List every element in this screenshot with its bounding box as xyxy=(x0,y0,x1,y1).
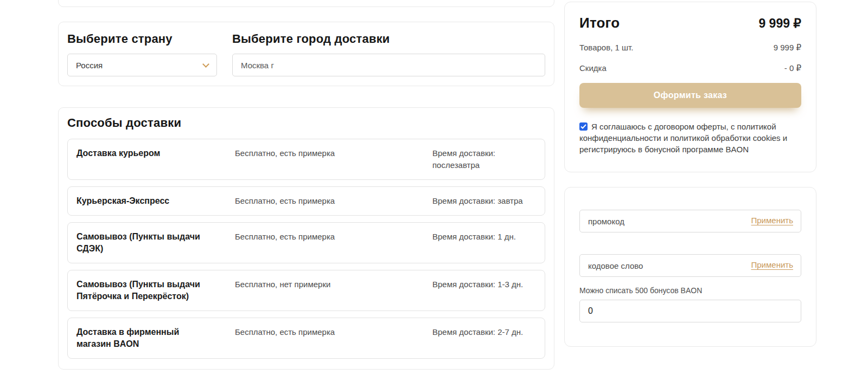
delivery-method-pyaterochka-pickup[interactable]: Самовывоз (Пункты выдачи Пятёрочка и Пер… xyxy=(67,270,545,311)
method-name: Доставка в фирменный магазин BAON xyxy=(76,326,212,350)
checkout-button[interactable]: Оформить заказ xyxy=(579,83,801,108)
total-label: Итого xyxy=(579,15,620,31)
delivery-section-title: Способы доставки xyxy=(67,117,545,130)
country-select[interactable]: Россия xyxy=(67,54,217,76)
method-name: Доставка курьером xyxy=(76,147,212,159)
bonus-amount-input[interactable] xyxy=(579,300,801,322)
method-time: Время доставки: завтра xyxy=(432,195,529,207)
agreement-checkbox[interactable] xyxy=(579,122,588,131)
delivery-method-cdek-pickup[interactable]: Самовывоз (Пункты выдачи СДЭК) Бесплатно… xyxy=(67,222,545,263)
method-price: Бесплатно, есть примерка xyxy=(235,195,432,207)
order-summary-card: Итого 9 999 ₽ Товаров, 1 шт. 9 999 ₽ Ски… xyxy=(564,2,816,172)
codeword-apply-link[interactable]: Применить xyxy=(751,260,793,269)
discount-label: Скидка xyxy=(579,62,607,74)
discount-value: - 0 ₽ xyxy=(784,62,801,74)
delivery-methods-card: Способы доставки Доставка курьером Беспл… xyxy=(58,107,554,370)
method-time: Время доставки: 2-7 дн. xyxy=(432,326,529,338)
top-card-partial xyxy=(58,0,554,7)
method-time: Время доставки: послезавтра xyxy=(432,147,529,171)
method-price: Бесплатно, есть примерка xyxy=(235,147,432,159)
method-name: Самовывоз (Пункты выдачи СДЭК) xyxy=(76,231,212,255)
delivery-method-courier[interactable]: Доставка курьером Бесплатно, есть пример… xyxy=(67,139,545,180)
chevron-down-icon xyxy=(202,61,209,68)
country-section-title: Выберите страну xyxy=(67,33,217,46)
method-name: Курьерская-Экспресс xyxy=(76,195,212,207)
method-time: Время доставки: 1-3 дн. xyxy=(432,279,529,290)
items-price-value: 9 999 ₽ xyxy=(774,42,801,53)
country-select-value: Россия xyxy=(76,61,103,70)
method-price: Бесплатно, есть примерка xyxy=(235,326,432,338)
city-section-title: Выберите город доставки xyxy=(232,33,545,46)
total-value: 9 999 ₽ xyxy=(758,16,801,31)
checkout-page: Выберите страну Россия Выберите город до… xyxy=(0,0,868,388)
check-icon xyxy=(580,124,586,129)
city-input[interactable] xyxy=(232,54,545,76)
items-count-label: Товаров, 1 шт. xyxy=(579,42,633,53)
promo-apply-link[interactable]: Применить xyxy=(751,216,793,225)
method-time: Время доставки: 1 дн. xyxy=(432,231,529,243)
method-price: Бесплатно, есть примерка xyxy=(235,231,432,243)
method-price: Бесплатно, нет примерки xyxy=(235,279,432,290)
agreement-text: Я соглашаюсь с договором оферты, с полит… xyxy=(579,122,787,154)
location-card: Выберите страну Россия Выберите город до… xyxy=(58,22,554,86)
promo-bonus-card: Применить Применить Можно списать 500 бо… xyxy=(564,187,816,347)
method-name: Самовывоз (Пункты выдачи Пятёрочка и Пер… xyxy=(76,279,212,302)
bonus-hint: Можно списать 500 бонусов BAON xyxy=(579,286,801,295)
delivery-method-express[interactable]: Курьерская-Экспресс Бесплатно, есть прим… xyxy=(67,186,545,216)
delivery-method-baon-store[interactable]: Доставка в фирменный магазин BAON Беспла… xyxy=(67,318,545,359)
